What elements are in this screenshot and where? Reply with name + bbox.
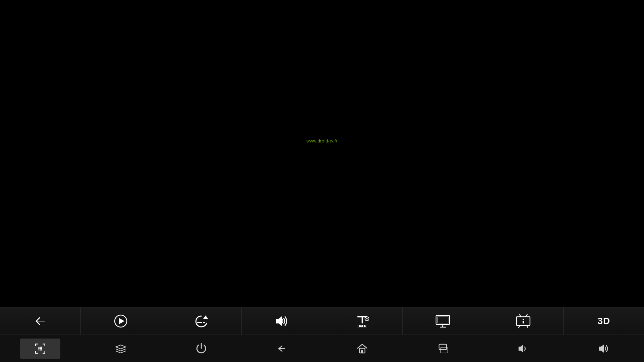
layers-button[interactable] <box>101 339 141 359</box>
volume-down-button[interactable] <box>503 339 543 359</box>
svg-point-25 <box>523 319 524 320</box>
back-arrow-icon <box>32 313 49 329</box>
3d-label: 3D <box>598 316 610 326</box>
volume-up-icon <box>597 342 610 355</box>
tv-info-button[interactable] <box>483 307 564 335</box>
audio-button[interactable] <box>241 307 322 335</box>
display-button[interactable] <box>403 307 483 335</box>
svg-point-42 <box>40 349 41 351</box>
svg-rect-13 <box>357 327 367 327</box>
focus-button[interactable] <box>20 339 60 359</box>
subtitle-button[interactable] <box>322 307 403 335</box>
home-button[interactable] <box>342 339 382 359</box>
recents-button[interactable] <box>423 339 463 359</box>
svg-point-40 <box>41 348 42 349</box>
text-settings-icon <box>354 313 371 329</box>
svg-point-39 <box>40 348 41 349</box>
svg-marker-2 <box>203 315 208 319</box>
svg-point-15 <box>366 318 368 319</box>
svg-marker-6 <box>276 316 282 326</box>
svg-marker-1 <box>119 318 124 324</box>
back-nav-icon <box>275 342 288 355</box>
svg-point-38 <box>38 348 40 349</box>
back-nav-button[interactable] <box>262 339 302 359</box>
main-screen: www.droid-tv.fr <box>0 0 644 362</box>
android-nav-bar <box>0 335 644 362</box>
monitor-icon <box>434 313 451 329</box>
play-circle-icon <box>112 313 129 329</box>
svg-rect-4 <box>201 322 202 323</box>
svg-point-43 <box>41 349 42 351</box>
svg-rect-32 <box>35 351 36 354</box>
watermark: www.droid-tv.fr <box>307 138 338 143</box>
svg-rect-5 <box>203 322 205 323</box>
svg-marker-49 <box>599 345 604 353</box>
svg-rect-28 <box>35 344 36 346</box>
svg-rect-12 <box>357 325 367 325</box>
svg-rect-30 <box>45 344 46 346</box>
tv-info-icon <box>515 313 532 329</box>
volume-down-icon <box>517 342 530 355</box>
layers-icon <box>114 342 127 355</box>
volume-up-button[interactable] <box>584 339 624 359</box>
3d-button[interactable]: 3D <box>564 307 644 335</box>
reload-button[interactable] <box>161 307 241 335</box>
svg-point-36 <box>40 347 41 348</box>
back-button[interactable] <box>0 307 80 335</box>
power-icon <box>195 342 208 355</box>
bottom-toolbar: 3D <box>0 307 644 335</box>
svg-rect-26 <box>523 321 524 323</box>
recents-icon <box>436 342 449 355</box>
play-button[interactable] <box>80 307 161 335</box>
svg-rect-34 <box>45 351 46 354</box>
svg-point-35 <box>38 347 40 348</box>
reload-icon <box>193 313 210 329</box>
svg-point-37 <box>41 347 42 348</box>
svg-rect-19 <box>437 317 448 323</box>
focus-icon <box>34 342 47 355</box>
svg-marker-48 <box>519 345 523 353</box>
svg-rect-45 <box>361 350 363 353</box>
svg-point-41 <box>38 349 40 351</box>
svg-rect-8 <box>362 316 363 323</box>
power-button[interactable] <box>181 339 221 359</box>
audio-track-icon <box>273 313 290 329</box>
home-icon <box>356 342 369 355</box>
